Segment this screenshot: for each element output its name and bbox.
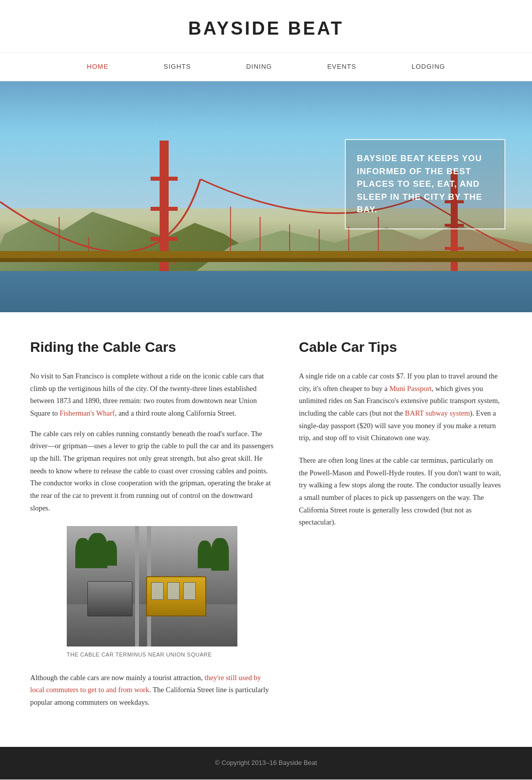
cable-car-image (67, 526, 237, 646)
site-title: BAYSIDE BEAT (0, 14, 532, 43)
hero-section: BAYSIDE BEAT KEEPS YOU INFORMED OF THE B… (0, 81, 532, 312)
article-section: Riding the Cable Cars No visit to San Fr… (30, 336, 274, 716)
article-title: Riding the Cable Cars (30, 336, 274, 359)
tram-window-3 (183, 582, 196, 600)
svg-rect-11 (0, 251, 532, 258)
tram-bg (87, 581, 132, 616)
article-para-1: No visit to San Francisco is complete wi… (30, 370, 274, 420)
nav-item-dining[interactable]: DINING (218, 53, 300, 81)
tram-window-2 (167, 582, 180, 600)
tree-3 (104, 541, 117, 566)
main-nav: HOME SIGHTS DINING EVENTS LODGING (0, 53, 532, 82)
image-bg (67, 526, 237, 646)
bart-link[interactable]: BART subway system (405, 409, 470, 417)
tips-para-2: There are often long lines at the cable … (299, 454, 502, 529)
tree-4 (211, 538, 229, 571)
tips-section: Cable Car Tips A single ride on a cable … (299, 336, 502, 716)
image-caption: THE CABLE CAR TERMINUS NEAR UNION SQUARE (67, 651, 237, 660)
hero-overlay-text: BAYSIDE BEAT KEEPS YOU INFORMED OF THE B… (357, 152, 493, 216)
article-para-2-text: The cable cars rely on cables running co… (30, 430, 274, 512)
svg-rect-12 (0, 258, 532, 262)
article-para-3-plain: Although the cable cars are now mainly a… (30, 674, 204, 682)
rail-left (135, 526, 139, 646)
nav-item-sights[interactable]: SIGHTS (136, 53, 218, 81)
nav-item-events[interactable]: EVENTS (300, 53, 384, 81)
fishermans-wharf-link[interactable]: Fisherman's Wharf (60, 409, 115, 417)
tram-window-1 (151, 582, 164, 600)
tree-5 (198, 541, 212, 568)
main-content: Riding the Cable Cars No visit to San Fr… (15, 312, 517, 746)
tram-fg (146, 576, 206, 616)
tips-title: Cable Car Tips (299, 336, 502, 359)
site-footer: © Copyright 2013–16 Bayside Beat (0, 747, 532, 779)
footer-text: © Copyright 2013–16 Bayside Beat (11, 758, 521, 768)
article-para-1-end: , and a third route along California Str… (115, 409, 236, 417)
nav-item-home[interactable]: HOME (59, 53, 136, 81)
hero-overlay-box: BAYSIDE BEAT KEEPS YOU INFORMED OF THE B… (345, 139, 505, 229)
article-para-3: Although the cable cars are now mainly a… (30, 672, 274, 709)
cable-car-image-container: THE CABLE CAR TERMINUS NEAR UNION SQUARE (67, 526, 237, 660)
site-header: BAYSIDE BEAT (0, 0, 532, 53)
muni-passport-link[interactable]: Muni Passport (389, 384, 432, 393)
nav-item-lodging[interactable]: LODGING (384, 53, 473, 81)
tips-para-1: A single ride on a cable car costs $7. I… (299, 370, 502, 444)
article-para-2: The cable cars rely on cables running co… (30, 428, 274, 514)
